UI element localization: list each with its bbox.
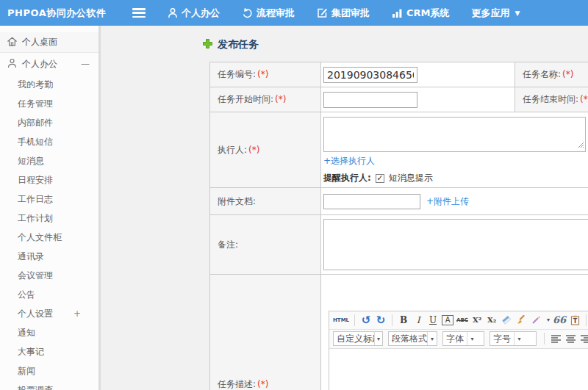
attachment-label: 附件文档: — [218, 196, 256, 206]
caret-down-icon: ▾ — [374, 332, 382, 345]
sidebar-item-personal-office[interactable]: 个人办公 — — [0, 53, 98, 75]
sidebar-item-announcement[interactable]: 公告 — [0, 285, 98, 304]
align-center-icon[interactable] — [564, 332, 576, 345]
task-number-input[interactable] — [323, 67, 417, 83]
description-label: 任务描述: — [218, 379, 256, 389]
sidebar-item-meeting-management[interactable]: 会议管理 — [0, 266, 98, 285]
sidebar-item-short-message[interactable]: 短消息 — [0, 151, 98, 170]
blockquote-button[interactable]: 66 — [553, 314, 566, 327]
strikethrough-button[interactable]: ABC — [456, 314, 468, 327]
user-icon — [168, 7, 178, 18]
required-mark: (*) — [257, 69, 268, 79]
font-size-dropdown[interactable]: 字号 ▾ — [490, 331, 537, 346]
start-time-label: 任务开始时间: — [218, 94, 273, 104]
main-content: 发布任务 任务编号:(*) 任务名称:(*) 任务开始时间:(*) 任务结束时间… — [101, 26, 588, 390]
sidebar-item-contacts[interactable]: 通讯录 — [0, 247, 98, 266]
editor-toolbar-row2: 自定义标题 ▾ 段落格式 ▾ 字体 ▾ — [329, 330, 588, 348]
plus-icon — [202, 38, 213, 51]
executor-label: 执行人: — [218, 145, 247, 155]
undo-icon[interactable]: ↺ — [360, 314, 372, 327]
superscript-button[interactable]: X² — [471, 314, 483, 327]
task-form: 任务编号:(*) 任务名称:(*) 任务开始时间:(*) 任务结束时间:(*) … — [209, 62, 588, 390]
align-left-icon[interactable] — [550, 332, 562, 345]
nav-more-apps[interactable]: 更多应用 ▼ — [472, 7, 520, 20]
caret-down-icon: ▾ — [514, 332, 524, 345]
sidebar: 个人桌面 个人办公 — 我的考勤 任务管理 内部邮件 手机短信 短消息 日程安排… — [0, 26, 101, 390]
redo-icon[interactable]: ↻ — [375, 314, 387, 327]
nav-group-approval[interactable]: 集团审批 — [317, 7, 370, 20]
svg-text:T: T — [573, 318, 577, 325]
task-name-label: 任务名称: — [523, 69, 561, 79]
user-icon — [7, 58, 17, 71]
collapse-toggle-icon[interactable]: — — [81, 59, 90, 69]
underline-button[interactable]: U — [427, 314, 439, 327]
html-source-button[interactable]: HTML — [333, 314, 349, 327]
remark-textarea[interactable] — [323, 219, 588, 270]
align-right-icon[interactable] — [579, 332, 588, 345]
auto-typeset-button[interactable]: A — [442, 315, 453, 325]
end-time-label: 任务结束时间: — [523, 94, 578, 104]
caret-down-icon: ▾ — [427, 332, 437, 345]
required-mark: (*) — [580, 94, 588, 104]
sidebar-item-news[interactable]: 新闻 — [0, 361, 98, 380]
attachment-upload-link[interactable]: +附件上传 — [426, 195, 469, 208]
caret-down-icon: ▼ — [515, 10, 520, 17]
select-executor-link[interactable]: +选择执行人 — [323, 156, 375, 166]
edit-square-icon — [317, 7, 328, 18]
sidebar-item-internal-mail[interactable]: 内部邮件 — [0, 113, 98, 132]
sidebar-item-my-attendance[interactable]: 我的考勤 — [0, 75, 98, 94]
sidebar-item-survey[interactable]: 投票调查 — [0, 380, 98, 390]
expand-toggle-icon[interactable]: + — [74, 304, 81, 323]
paragraph-format-dropdown[interactable]: 段落格式 ▾ — [388, 331, 437, 346]
sidebar-item-notice[interactable]: 通知 — [0, 323, 98, 342]
attachment-input[interactable] — [323, 194, 420, 209]
topbar: PHPOA协同办公软件 个人办公 流程审批 集团审批 CRM系统 更多应用 ▼ — [0, 0, 588, 26]
nav-workflow-approval[interactable]: 流程审批 — [242, 7, 295, 20]
sms-remind-label: 短消息提示 — [389, 172, 433, 184]
required-mark: (*) — [275, 94, 286, 104]
subscript-button[interactable]: X₂ — [486, 314, 498, 327]
sidebar-item-desktop[interactable]: 个人桌面 — [0, 32, 98, 53]
eraser-icon[interactable] — [501, 314, 512, 327]
sidebar-item-task-management[interactable]: 任务管理 — [0, 94, 98, 113]
nav-crm[interactable]: CRM系统 — [392, 7, 450, 20]
sidebar-item-personal-files[interactable]: 个人文件柜 — [0, 228, 98, 247]
sidebar-item-big-events[interactable]: 大事记 — [0, 342, 98, 361]
remark-label: 备注: — [218, 239, 238, 250]
font-family-dropdown[interactable]: 字体 ▾ — [442, 331, 484, 346]
paste-text-icon[interactable]: T — [569, 314, 581, 327]
sidebar-item-personal-settings[interactable]: 个人设置 + — [0, 304, 98, 323]
app-logo: PHPOA协同办公软件 — [0, 7, 132, 20]
remind-executor-label: 提醒执行人: — [323, 172, 371, 184]
sidebar-item-schedule[interactable]: 日程安排 — [0, 170, 98, 189]
sidebar-item-work-plan[interactable]: 工作计划 — [0, 209, 98, 228]
caret-down-icon: ▾ — [467, 332, 477, 345]
required-mark: (*) — [257, 379, 268, 389]
wand-caret-icon[interactable]: ▾ — [547, 317, 550, 323]
history-arrow-icon — [242, 7, 253, 18]
bar-chart-icon — [392, 8, 403, 18]
sidebar-item-mobile-sms[interactable]: 手机短信 — [0, 132, 98, 151]
resize-grip-icon[interactable] — [578, 140, 584, 151]
page-title: 发布任务 — [202, 37, 588, 52]
task-number-label: 任务编号: — [218, 69, 256, 79]
required-mark: (*) — [562, 69, 573, 79]
italic-button[interactable]: I — [412, 314, 424, 327]
required-mark: (*) — [248, 145, 259, 155]
sidebar-item-work-diary[interactable]: 工作日志 — [0, 189, 98, 209]
editor-toolbar-row1: HTML ↺ ↻ B I U A ABC X² X₂ — [329, 311, 588, 330]
rich-text-editor: HTML ↺ ↻ B I U A ABC X² X₂ — [329, 311, 588, 390]
editor-content-area[interactable] — [329, 348, 588, 390]
hamburger-icon[interactable] — [132, 8, 146, 18]
home-icon — [7, 37, 17, 48]
magic-wand-icon[interactable] — [530, 314, 542, 327]
sms-remind-checkbox[interactable] — [376, 174, 384, 183]
format-brush-icon[interactable] — [515, 314, 527, 327]
start-time-input[interactable] — [323, 92, 417, 108]
bold-button[interactable]: B — [398, 314, 409, 327]
executor-textarea[interactable] — [323, 117, 586, 152]
nav-personal-office[interactable]: 个人办公 — [168, 7, 220, 20]
custom-title-dropdown[interactable]: 自定义标题 ▾ — [333, 331, 383, 346]
